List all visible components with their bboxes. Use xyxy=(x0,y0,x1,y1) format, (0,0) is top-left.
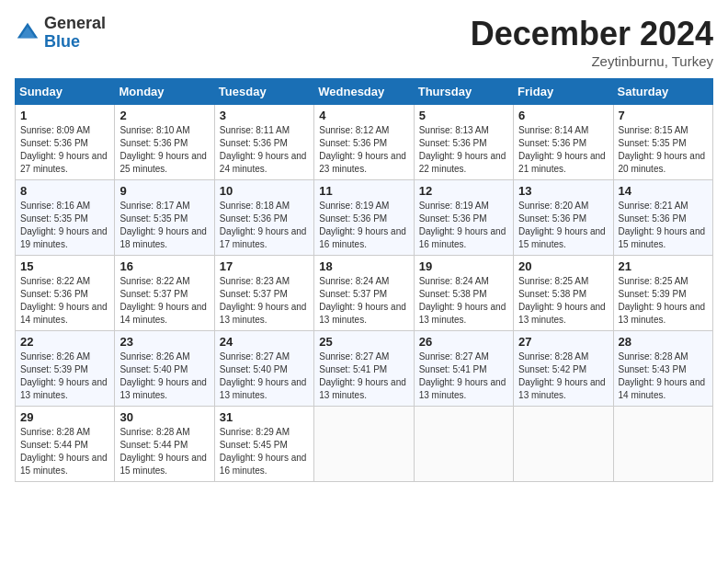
calendar-cell: 27Sunrise: 8:28 AMSunset: 5:42 PMDayligh… xyxy=(514,331,613,407)
calendar-cell: 15Sunrise: 8:22 AMSunset: 5:36 PMDayligh… xyxy=(16,256,115,331)
calendar-cell: 30Sunrise: 8:28 AMSunset: 5:44 PMDayligh… xyxy=(115,407,214,482)
day-info: Sunrise: 8:24 AMSunset: 5:37 PMDaylight:… xyxy=(319,275,408,327)
day-number: 29 xyxy=(20,410,109,424)
day-number: 7 xyxy=(619,109,708,122)
calendar-cell: 25Sunrise: 8:27 AMSunset: 5:41 PMDayligh… xyxy=(314,331,414,407)
day-number: 5 xyxy=(419,109,508,122)
calendar-cell xyxy=(414,407,513,482)
day-number: 11 xyxy=(319,184,408,198)
day-info: Sunrise: 8:28 AMSunset: 5:42 PMDaylight:… xyxy=(518,350,608,402)
day-info: Sunrise: 8:15 AMSunset: 5:35 PMDaylight:… xyxy=(619,124,708,176)
title-block: December 2024 Zeytinburnu, Turkey xyxy=(471,15,713,69)
day-number: 18 xyxy=(319,259,408,273)
day-number: 14 xyxy=(619,184,708,198)
calendar-cell: 22Sunrise: 8:26 AMSunset: 5:39 PMDayligh… xyxy=(16,331,115,407)
day-info: Sunrise: 8:16 AMSunset: 5:35 PMDaylight:… xyxy=(20,200,109,251)
day-number: 28 xyxy=(619,335,708,349)
calendar-cell: 6Sunrise: 8:14 AMSunset: 5:36 PMDaylight… xyxy=(514,105,613,180)
day-number: 4 xyxy=(319,109,408,122)
day-info: Sunrise: 8:22 AMSunset: 5:37 PMDaylight:… xyxy=(119,275,209,327)
calendar-cell: 1Sunrise: 8:09 AMSunset: 5:36 PMDaylight… xyxy=(16,105,115,180)
day-info: Sunrise: 8:19 AMSunset: 5:36 PMDaylight:… xyxy=(319,200,408,251)
calendar-cell: 18Sunrise: 8:24 AMSunset: 5:37 PMDayligh… xyxy=(314,256,414,331)
day-number: 10 xyxy=(220,184,309,198)
calendar-cell: 23Sunrise: 8:26 AMSunset: 5:40 PMDayligh… xyxy=(115,331,214,407)
day-number: 24 xyxy=(220,335,309,349)
day-number: 8 xyxy=(20,184,109,198)
day-number: 22 xyxy=(20,335,109,349)
logo-text: General Blue xyxy=(44,15,106,52)
day-info: Sunrise: 8:21 AMSunset: 5:36 PMDaylight:… xyxy=(619,200,708,251)
calendar-cell: 11Sunrise: 8:19 AMSunset: 5:36 PMDayligh… xyxy=(314,180,414,256)
day-number: 31 xyxy=(220,410,309,424)
day-info: Sunrise: 8:25 AMSunset: 5:39 PMDaylight:… xyxy=(619,275,708,327)
calendar-cell: 9Sunrise: 8:17 AMSunset: 5:35 PMDaylight… xyxy=(115,180,214,256)
page-header: General Blue December 2024 Zeytinburnu, … xyxy=(15,15,713,69)
calendar-cell: 31Sunrise: 8:29 AMSunset: 5:45 PMDayligh… xyxy=(214,407,313,482)
calendar-week-row: 15Sunrise: 8:22 AMSunset: 5:36 PMDayligh… xyxy=(16,256,713,331)
calendar-cell: 16Sunrise: 8:22 AMSunset: 5:37 PMDayligh… xyxy=(115,256,214,331)
calendar-header: SundayMondayTuesdayWednesdayThursdayFrid… xyxy=(16,79,713,105)
day-info: Sunrise: 8:09 AMSunset: 5:36 PMDaylight:… xyxy=(20,124,109,176)
day-info: Sunrise: 8:10 AMSunset: 5:36 PMDaylight:… xyxy=(119,124,209,176)
day-info: Sunrise: 8:27 AMSunset: 5:41 PMDaylight:… xyxy=(419,350,508,402)
day-info: Sunrise: 8:18 AMSunset: 5:36 PMDaylight:… xyxy=(220,200,309,251)
day-number: 20 xyxy=(518,259,608,273)
calendar-cell: 10Sunrise: 8:18 AMSunset: 5:36 PMDayligh… xyxy=(214,180,313,256)
calendar-cell: 14Sunrise: 8:21 AMSunset: 5:36 PMDayligh… xyxy=(613,180,712,256)
day-info: Sunrise: 8:14 AMSunset: 5:36 PMDaylight:… xyxy=(518,124,608,176)
calendar-day-header: Thursday xyxy=(414,79,513,105)
day-number: 30 xyxy=(119,410,209,424)
calendar-cell: 17Sunrise: 8:23 AMSunset: 5:37 PMDayligh… xyxy=(214,256,313,331)
calendar-cell xyxy=(613,407,712,482)
day-number: 19 xyxy=(419,259,508,273)
calendar-body: 1Sunrise: 8:09 AMSunset: 5:36 PMDaylight… xyxy=(16,105,713,482)
day-info: Sunrise: 8:29 AMSunset: 5:45 PMDaylight:… xyxy=(220,426,309,477)
day-info: Sunrise: 8:19 AMSunset: 5:36 PMDaylight:… xyxy=(419,200,508,251)
logo-icon xyxy=(15,20,40,46)
day-info: Sunrise: 8:25 AMSunset: 5:38 PMDaylight:… xyxy=(518,275,608,327)
day-number: 21 xyxy=(619,259,708,273)
calendar-week-row: 22Sunrise: 8:26 AMSunset: 5:39 PMDayligh… xyxy=(16,331,713,407)
day-info: Sunrise: 8:22 AMSunset: 5:36 PMDaylight:… xyxy=(20,275,109,327)
day-info: Sunrise: 8:28 AMSunset: 5:44 PMDaylight:… xyxy=(119,426,209,477)
day-number: 25 xyxy=(319,335,408,349)
calendar-cell: 7Sunrise: 8:15 AMSunset: 5:35 PMDaylight… xyxy=(613,105,712,180)
day-number: 2 xyxy=(119,109,209,122)
calendar-cell: 26Sunrise: 8:27 AMSunset: 5:41 PMDayligh… xyxy=(414,331,513,407)
day-info: Sunrise: 8:20 AMSunset: 5:36 PMDaylight:… xyxy=(518,200,608,251)
day-number: 6 xyxy=(518,109,608,122)
calendar-cell: 8Sunrise: 8:16 AMSunset: 5:35 PMDaylight… xyxy=(16,180,115,256)
calendar-day-header: Tuesday xyxy=(214,79,313,105)
day-info: Sunrise: 8:12 AMSunset: 5:36 PMDaylight:… xyxy=(319,124,408,176)
calendar-cell: 3Sunrise: 8:11 AMSunset: 5:36 PMDaylight… xyxy=(214,105,313,180)
calendar-cell: 12Sunrise: 8:19 AMSunset: 5:36 PMDayligh… xyxy=(414,180,513,256)
day-info: Sunrise: 8:27 AMSunset: 5:40 PMDaylight:… xyxy=(220,350,309,402)
calendar-day-header: Wednesday xyxy=(314,79,414,105)
day-number: 13 xyxy=(518,184,608,198)
calendar-cell: 28Sunrise: 8:28 AMSunset: 5:43 PMDayligh… xyxy=(613,331,712,407)
calendar-table: SundayMondayTuesdayWednesdayThursdayFrid… xyxy=(15,78,713,482)
calendar-week-row: 29Sunrise: 8:28 AMSunset: 5:44 PMDayligh… xyxy=(16,407,713,482)
calendar-day-header: Monday xyxy=(115,79,214,105)
day-number: 3 xyxy=(220,109,309,122)
month-title: December 2024 xyxy=(471,15,713,53)
calendar-cell: 4Sunrise: 8:12 AMSunset: 5:36 PMDaylight… xyxy=(314,105,414,180)
day-number: 9 xyxy=(119,184,209,198)
logo: General Blue xyxy=(15,15,106,52)
calendar-cell xyxy=(314,407,414,482)
calendar-cell: 5Sunrise: 8:13 AMSunset: 5:36 PMDaylight… xyxy=(414,105,513,180)
calendar-cell: 13Sunrise: 8:20 AMSunset: 5:36 PMDayligh… xyxy=(514,180,613,256)
day-number: 16 xyxy=(119,259,209,273)
day-info: Sunrise: 8:17 AMSunset: 5:35 PMDaylight:… xyxy=(119,200,209,251)
day-info: Sunrise: 8:28 AMSunset: 5:43 PMDaylight:… xyxy=(619,350,708,402)
day-info: Sunrise: 8:24 AMSunset: 5:38 PMDaylight:… xyxy=(419,275,508,327)
calendar-cell: 24Sunrise: 8:27 AMSunset: 5:40 PMDayligh… xyxy=(214,331,313,407)
day-number: 15 xyxy=(20,259,109,273)
calendar-cell: 29Sunrise: 8:28 AMSunset: 5:44 PMDayligh… xyxy=(16,407,115,482)
day-info: Sunrise: 8:26 AMSunset: 5:40 PMDaylight:… xyxy=(119,350,209,402)
day-number: 1 xyxy=(20,109,109,122)
day-number: 26 xyxy=(419,335,508,349)
calendar-week-row: 1Sunrise: 8:09 AMSunset: 5:36 PMDaylight… xyxy=(16,105,713,180)
day-number: 23 xyxy=(119,335,209,349)
